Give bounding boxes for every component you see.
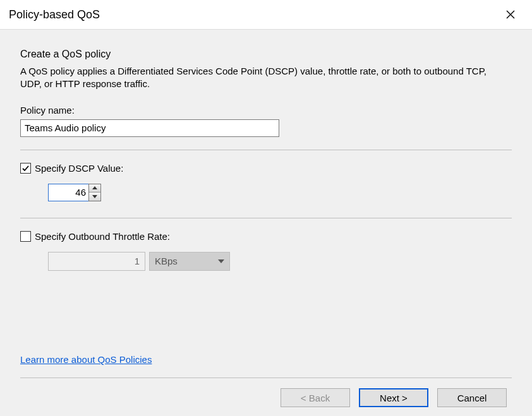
throttle-unit-value: KBps [155,256,178,266]
client-area: Create a QoS policy A QoS policy applies… [0,30,532,416]
svg-marker-4 [218,259,224,263]
dscp-checkbox-row: Specify DSCP Value: [20,163,512,174]
separator [20,150,512,150]
dscp-spin-down[interactable] [89,193,100,201]
check-icon [21,164,30,172]
chevron-up-icon [92,186,97,189]
dscp-value-input[interactable] [48,184,88,201]
dscp-spin-up[interactable] [89,184,100,193]
dscp-value-spinner [48,184,512,201]
separator [20,218,512,218]
page-description: A QoS policy applies a Differentiated Se… [20,65,488,91]
policy-name-input[interactable] [20,119,279,137]
dscp-spinner-buttons [88,184,101,201]
qos-wizard-window: Policy-based QoS Create a QoS policy A Q… [0,0,532,416]
throttle-checkbox-row: Specify Outbound Throttle Rate: [20,231,512,242]
learn-more-link[interactable]: Learn more about QoS Policies [20,354,512,365]
separator [20,377,512,378]
titlebar: Policy-based QoS [0,0,532,30]
next-button[interactable]: Next > [359,388,428,407]
throttle-unit-select: KBps [149,252,230,271]
chevron-down-icon [92,195,97,198]
svg-marker-3 [92,195,97,198]
dscp-checkbox-label: Specify DSCP Value: [35,163,123,174]
back-button: < Back [281,388,350,407]
window-title: Policy-based QoS [9,8,100,21]
page-heading: Create a QoS policy [20,49,512,60]
throttle-inputs: KBps [48,252,512,271]
wizard-buttons: < Back Next > Cancel [20,388,512,407]
policy-name-label: Policy name: [20,105,512,116]
dscp-checkbox[interactable] [20,163,31,174]
throttle-checkbox[interactable] [20,231,31,242]
svg-marker-2 [92,186,97,189]
chevron-down-icon [218,259,224,263]
throttle-rate-input [48,252,145,271]
close-icon [506,10,515,19]
cancel-button[interactable]: Cancel [437,388,507,407]
throttle-checkbox-label: Specify Outbound Throttle Rate: [35,231,170,242]
close-button[interactable] [498,2,523,27]
